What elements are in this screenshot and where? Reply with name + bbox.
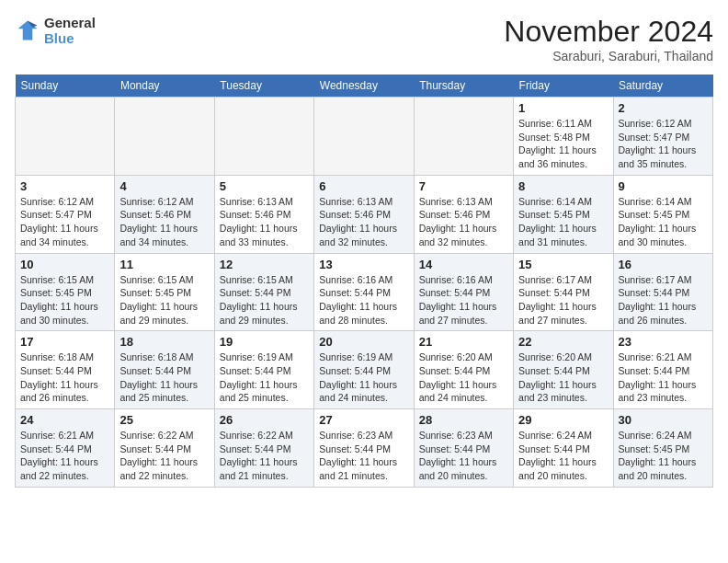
calendar-cell: 14Sunrise: 6:16 AM Sunset: 5:44 PM Dayli… — [414, 253, 513, 331]
calendar-cell: 5Sunrise: 6:13 AM Sunset: 5:46 PM Daylig… — [214, 175, 313, 253]
calendar-cell — [115, 98, 214, 176]
day-info: Sunrise: 6:23 AM Sunset: 5:44 PM Dayligh… — [419, 429, 508, 483]
day-number: 8 — [518, 179, 608, 193]
day-info: Sunrise: 6:22 AM Sunset: 5:44 PM Dayligh… — [119, 429, 209, 483]
calendar-cell: 10Sunrise: 6:15 AM Sunset: 5:45 PM Dayli… — [16, 253, 115, 331]
day-number: 30 — [619, 413, 708, 427]
calendar-cell — [214, 98, 313, 176]
calendar-cell: 30Sunrise: 6:24 AM Sunset: 5:45 PM Dayli… — [613, 409, 712, 488]
day-info: Sunrise: 6:18 AM Sunset: 5:44 PM Dayligh… — [119, 350, 209, 405]
day-number: 19 — [220, 335, 309, 349]
day-number: 13 — [319, 258, 408, 271]
calendar-cell: 9Sunrise: 6:14 AM Sunset: 5:45 PM Daylig… — [613, 175, 712, 253]
calendar-header-row: SundayMondayTuesdayWednesdayThursdayFrid… — [16, 75, 713, 98]
calendar-cell: 3Sunrise: 6:12 AM Sunset: 5:47 PM Daylig… — [16, 175, 115, 253]
calendar-cell: 15Sunrise: 6:17 AM Sunset: 5:44 PM Dayli… — [514, 253, 613, 331]
calendar-week-row: 24Sunrise: 6:21 AM Sunset: 5:44 PM Dayli… — [16, 409, 713, 488]
day-info: Sunrise: 6:12 AM Sunset: 5:47 PM Dayligh… — [20, 195, 109, 249]
day-info: Sunrise: 6:13 AM Sunset: 5:46 PM Dayligh… — [319, 195, 408, 249]
calendar-cell: 24Sunrise: 6:21 AM Sunset: 5:44 PM Dayli… — [16, 409, 115, 488]
day-info: Sunrise: 6:21 AM Sunset: 5:44 PM Dayligh… — [619, 350, 708, 405]
day-number: 6 — [319, 179, 408, 193]
day-info: Sunrise: 6:14 AM Sunset: 5:45 PM Dayligh… — [619, 195, 708, 249]
calendar-cell: 20Sunrise: 6:19 AM Sunset: 5:44 PM Dayli… — [314, 331, 414, 409]
day-number: 17 — [20, 335, 109, 349]
calendar-cell: 12Sunrise: 6:15 AM Sunset: 5:44 PM Dayli… — [214, 253, 313, 331]
day-info: Sunrise: 6:11 AM Sunset: 5:48 PM Dayligh… — [518, 117, 608, 171]
day-info: Sunrise: 6:12 AM Sunset: 5:46 PM Dayligh… — [119, 195, 209, 249]
day-number: 11 — [119, 258, 209, 271]
day-number: 1 — [518, 101, 608, 115]
day-info: Sunrise: 6:22 AM Sunset: 5:44 PM Dayligh… — [220, 429, 309, 483]
day-info: Sunrise: 6:17 AM Sunset: 5:44 PM Dayligh… — [518, 273, 608, 327]
day-info: Sunrise: 6:15 AM Sunset: 5:45 PM Dayligh… — [20, 273, 109, 327]
column-header-wednesday: Wednesday — [314, 75, 414, 98]
day-number: 4 — [119, 179, 209, 193]
day-number: 29 — [518, 413, 608, 427]
day-info: Sunrise: 6:19 AM Sunset: 5:44 PM Dayligh… — [220, 350, 309, 405]
calendar-cell: 6Sunrise: 6:13 AM Sunset: 5:46 PM Daylig… — [314, 175, 414, 253]
day-info: Sunrise: 6:16 AM Sunset: 5:44 PM Dayligh… — [419, 273, 508, 327]
day-number: 15 — [518, 258, 608, 271]
column-header-monday: Monday — [115, 75, 214, 98]
day-info: Sunrise: 6:18 AM Sunset: 5:44 PM Dayligh… — [20, 350, 109, 405]
page-header: General Blue November 2024 Saraburi, Sar… — [15, 15, 713, 63]
day-number: 23 — [619, 335, 708, 349]
calendar-cell: 16Sunrise: 6:17 AM Sunset: 5:44 PM Dayli… — [613, 253, 712, 331]
day-info: Sunrise: 6:16 AM Sunset: 5:44 PM Dayligh… — [319, 273, 408, 327]
column-header-thursday: Thursday — [414, 75, 513, 98]
day-info: Sunrise: 6:15 AM Sunset: 5:45 PM Dayligh… — [119, 273, 209, 327]
column-header-saturday: Saturday — [613, 75, 712, 98]
day-number: 12 — [220, 258, 309, 271]
day-number: 28 — [419, 413, 508, 427]
day-number: 3 — [20, 179, 109, 193]
day-info: Sunrise: 6:17 AM Sunset: 5:44 PM Dayligh… — [619, 273, 708, 327]
day-number: 16 — [619, 258, 708, 271]
month-title: November 2024 — [504, 15, 713, 49]
calendar-cell: 4Sunrise: 6:12 AM Sunset: 5:46 PM Daylig… — [115, 175, 214, 253]
calendar-cell: 28Sunrise: 6:23 AM Sunset: 5:44 PM Dayli… — [414, 409, 513, 488]
day-info: Sunrise: 6:12 AM Sunset: 5:47 PM Dayligh… — [619, 117, 708, 171]
calendar-cell: 23Sunrise: 6:21 AM Sunset: 5:44 PM Dayli… — [613, 331, 712, 409]
calendar-table: SundayMondayTuesdayWednesdayThursdayFrid… — [15, 75, 713, 488]
day-number: 14 — [419, 258, 508, 271]
calendar-cell: 29Sunrise: 6:24 AM Sunset: 5:44 PM Dayli… — [514, 409, 613, 488]
day-number: 22 — [518, 335, 608, 349]
calendar-cell — [16, 98, 115, 176]
day-info: Sunrise: 6:24 AM Sunset: 5:44 PM Dayligh… — [518, 429, 608, 483]
calendar-week-row: 17Sunrise: 6:18 AM Sunset: 5:44 PM Dayli… — [16, 331, 713, 409]
calendar-cell: 22Sunrise: 6:20 AM Sunset: 5:44 PM Dayli… — [514, 331, 613, 409]
calendar-week-row: 1Sunrise: 6:11 AM Sunset: 5:48 PM Daylig… — [16, 98, 713, 176]
svg-marker-0 — [18, 21, 38, 40]
calendar-cell: 7Sunrise: 6:13 AM Sunset: 5:46 PM Daylig… — [414, 175, 513, 253]
day-info: Sunrise: 6:15 AM Sunset: 5:44 PM Dayligh… — [220, 273, 309, 327]
day-number: 25 — [119, 413, 209, 427]
column-header-sunday: Sunday — [16, 75, 115, 98]
calendar-cell: 21Sunrise: 6:20 AM Sunset: 5:44 PM Dayli… — [414, 331, 513, 409]
calendar-week-row: 3Sunrise: 6:12 AM Sunset: 5:47 PM Daylig… — [16, 175, 713, 253]
calendar-cell: 1Sunrise: 6:11 AM Sunset: 5:48 PM Daylig… — [514, 98, 613, 176]
calendar-cell: 19Sunrise: 6:19 AM Sunset: 5:44 PM Dayli… — [214, 331, 313, 409]
day-number: 5 — [220, 179, 309, 193]
location-subtitle: Saraburi, Saraburi, Thailand — [504, 49, 713, 63]
day-number: 18 — [119, 335, 209, 349]
calendar-cell: 11Sunrise: 6:15 AM Sunset: 5:45 PM Dayli… — [115, 253, 214, 331]
column-header-friday: Friday — [514, 75, 613, 98]
day-number: 2 — [619, 101, 708, 115]
calendar-cell: 18Sunrise: 6:18 AM Sunset: 5:44 PM Dayli… — [115, 331, 214, 409]
day-number: 10 — [20, 258, 109, 271]
calendar-cell — [414, 98, 513, 176]
calendar-cell — [314, 98, 414, 176]
title-area: November 2024 Saraburi, Saraburi, Thaila… — [504, 15, 713, 63]
day-info: Sunrise: 6:21 AM Sunset: 5:44 PM Dayligh… — [20, 429, 109, 483]
day-info: Sunrise: 6:24 AM Sunset: 5:45 PM Dayligh… — [619, 429, 708, 483]
day-info: Sunrise: 6:13 AM Sunset: 5:46 PM Dayligh… — [220, 195, 309, 249]
column-header-tuesday: Tuesday — [214, 75, 313, 98]
day-info: Sunrise: 6:14 AM Sunset: 5:45 PM Dayligh… — [518, 195, 608, 249]
calendar-cell: 25Sunrise: 6:22 AM Sunset: 5:44 PM Dayli… — [115, 409, 214, 488]
day-info: Sunrise: 6:13 AM Sunset: 5:46 PM Dayligh… — [419, 195, 508, 249]
calendar-cell: 2Sunrise: 6:12 AM Sunset: 5:47 PM Daylig… — [613, 98, 712, 176]
logo: General Blue — [15, 15, 96, 46]
day-number: 21 — [419, 335, 508, 349]
day-number: 9 — [619, 179, 708, 193]
